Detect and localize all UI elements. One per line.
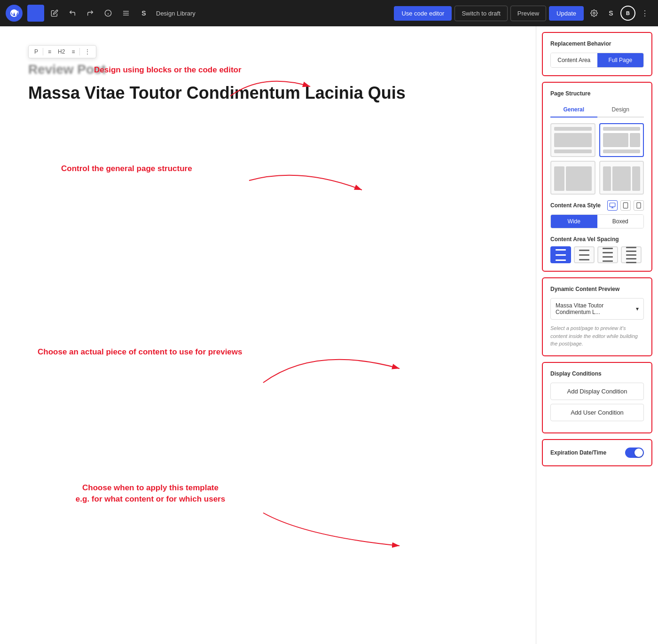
tab-general[interactable]: General <box>550 102 597 118</box>
add-block-button[interactable] <box>27 5 44 22</box>
full-page-button[interactable]: Full Page <box>597 53 644 67</box>
info-button[interactable] <box>101 6 116 21</box>
add-display-condition-button[interactable]: Add Display Condition <box>550 383 644 400</box>
layout-option-1[interactable] <box>550 123 595 157</box>
expiration-toggle[interactable] <box>625 448 644 458</box>
replacement-behavior-section: Replacement Behavior Content Area Full P… <box>542 32 652 76</box>
page-structure-title: Page Structure <box>550 90 644 97</box>
svg-rect-14 <box>623 203 627 208</box>
update-button[interactable]: Update <box>549 6 584 21</box>
more-btn[interactable]: ⋮ <box>83 47 92 56</box>
block-toolbar: P ≡ H2 ≡ ⋮ <box>28 45 96 58</box>
display-conditions-title: Display Conditions <box>550 370 644 377</box>
dynamic-content-dropdown[interactable]: Massa Vitae Toutor Condimentum L... ▾ <box>550 298 644 320</box>
page-structure-section: Page Structure General Design <box>542 82 652 272</box>
layout-option-3[interactable] <box>550 161 595 195</box>
wp-logo[interactable] <box>6 5 23 22</box>
replacement-behavior-buttons: Content Area Full Page <box>550 53 644 68</box>
boxed-button[interactable]: Boxed <box>597 215 644 228</box>
annotation-text-3: Choose an actual piece of content to use… <box>38 347 242 356</box>
style-icons <box>607 200 644 211</box>
add-user-condition-button[interactable]: Add User Condition <box>550 404 644 421</box>
mobile-icon[interactable] <box>634 200 644 211</box>
use-code-editor-button[interactable]: Use code editor <box>394 6 452 21</box>
layout-option-2[interactable] <box>599 123 644 157</box>
dropdown-value: Massa Vitae Toutor Condimentum L... <box>556 302 636 315</box>
align-btn[interactable]: ≡ <box>70 47 77 56</box>
spacing-options <box>550 246 644 263</box>
design-library-label: Design Library <box>156 10 196 17</box>
annotation-text-4: Choose when to apply this template e.g. … <box>28 482 273 505</box>
toolbar-right-icons: S B ⋮ <box>587 6 652 21</box>
undo-button[interactable] <box>65 6 80 21</box>
spacing-title: Content Area Vel Spacing <box>550 236 644 243</box>
annotation-text-2: Control the general page structure <box>61 164 192 173</box>
replacement-behavior-title: Replacement Behavior <box>550 40 644 47</box>
layout-grid <box>550 123 644 195</box>
tablet-icon[interactable] <box>620 200 631 211</box>
dynamic-content-section: Dynamic Content Preview Massa Vitae Tout… <box>542 277 652 356</box>
content-area: P ≡ H2 ≡ ⋮ Review Post Massa Vitae Touto… <box>0 26 536 644</box>
annotation-4: Choose when to apply this template e.g. … <box>28 482 273 505</box>
edit-icon-button[interactable] <box>47 6 62 21</box>
toggle-knob <box>634 448 643 457</box>
main-layout: P ≡ H2 ≡ ⋮ Review Post Massa Vitae Touto… <box>0 26 658 644</box>
more-options-button[interactable]: ⋮ <box>637 6 652 21</box>
right-panel: Replacement Behavior Content Area Full P… <box>536 26 658 644</box>
spacing-option-2[interactable] <box>574 246 595 263</box>
page-title-blur: Review Post <box>28 62 508 77</box>
stackable-icon-button[interactable]: S <box>136 6 151 21</box>
page-title[interactable]: Massa Vitae Toutor Condimentum Lacinia Q… <box>28 83 508 103</box>
content-area-style-title: Content Area Style <box>550 202 601 209</box>
dynamic-content-title: Dynamic Content Preview <box>550 286 644 292</box>
annotation-2: Control the general page structure <box>61 163 258 174</box>
list-view-button[interactable] <box>118 6 133 21</box>
svg-rect-16 <box>637 203 641 208</box>
structure-tabs: General Design <box>550 102 644 118</box>
expiration-section: Expiration Date/Time <box>542 439 652 466</box>
switch-to-draft-button[interactable]: Switch to draft <box>454 6 507 21</box>
display-conditions-section: Display Conditions Add Display Condition… <box>542 362 652 433</box>
content-area-style-row: Content Area Style <box>550 200 644 211</box>
expiration-title: Expiration Date/Time <box>550 449 606 456</box>
svg-rect-11 <box>610 203 615 207</box>
h2-btn[interactable]: H2 <box>56 47 67 56</box>
preview-button[interactable]: Preview <box>510 6 546 21</box>
user-avatar[interactable]: B <box>620 6 635 21</box>
annotation-3: Choose an actual piece of content to use… <box>38 346 273 358</box>
settings-button[interactable] <box>587 6 602 21</box>
expiration-row: Expiration Date/Time <box>550 448 644 458</box>
spacing-option-1[interactable] <box>550 246 571 263</box>
dropdown-chevron-icon: ▾ <box>636 306 639 312</box>
wide-button[interactable]: Wide <box>551 215 597 228</box>
redo-button[interactable] <box>83 6 98 21</box>
toolbar: S Design Library Use code editor Switch … <box>0 0 658 26</box>
desktop-icon[interactable] <box>607 200 618 211</box>
list-btn[interactable]: ≡ <box>46 47 53 56</box>
svg-point-6 <box>593 12 595 14</box>
tab-design[interactable]: Design <box>597 102 644 118</box>
spacing-option-3[interactable] <box>597 246 618 263</box>
stackable-logo-button[interactable]: S <box>603 6 619 21</box>
content-area-button[interactable]: Content Area <box>551 53 597 67</box>
paragraph-btn[interactable]: P <box>32 47 40 56</box>
dynamic-help-text: Select a post/page to preview it's conte… <box>550 324 644 348</box>
style-buttons: Wide Boxed <box>550 214 644 228</box>
layout-option-4[interactable] <box>599 161 644 195</box>
spacing-option-4[interactable] <box>621 246 642 263</box>
